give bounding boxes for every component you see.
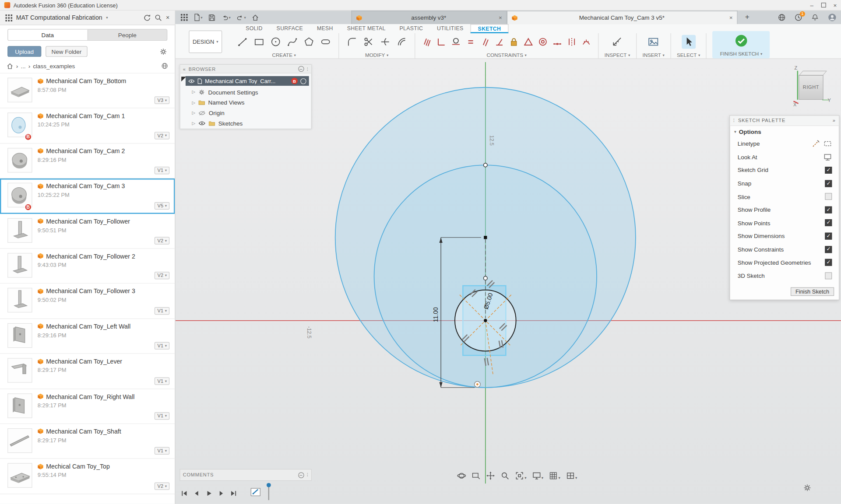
equal-constraint-icon[interactable] [464, 35, 476, 49]
tab-mesh[interactable]: MESH [310, 24, 340, 32]
tab-plastic[interactable]: PLASTIC [393, 24, 430, 32]
version-badge[interactable]: V2▾ [155, 132, 169, 139]
visibility-eye-icon[interactable] [188, 78, 195, 83]
user-avatar[interactable] [827, 13, 837, 22]
zoom-icon[interactable] [499, 471, 511, 481]
list-item[interactable]: B Mechanical Cam Toy_Shaft 8:29:17 PM V1… [0, 424, 175, 459]
document-tab[interactable]: assembly v3* × [352, 11, 507, 24]
web-globe-icon[interactable] [778, 14, 786, 21]
timeline-marker[interactable] [268, 484, 269, 500]
midpoint-constraint-icon[interactable] [552, 35, 563, 49]
show-profile-checkbox[interactable] [825, 206, 832, 213]
undo-icon[interactable]: ▾ [221, 14, 231, 21]
redo-icon[interactable]: ▾ [236, 14, 246, 21]
extend-tool-icon[interactable] [378, 35, 392, 49]
show-constraints-checkbox[interactable] [825, 246, 832, 253]
grid-snap-icon[interactable]: ▾ [547, 471, 562, 481]
show-points-checkbox[interactable] [825, 220, 832, 227]
new-folder-button[interactable]: New Folder [46, 46, 88, 57]
timeline-step-forward-button[interactable] [216, 488, 227, 499]
horizontal-vertical-constraint-icon[interactable] [421, 35, 433, 49]
shaft-center-point[interactable] [484, 319, 487, 322]
list-item[interactable]: B Mechanical Cam Toy_Left Wall 8:29:16 P… [0, 319, 175, 354]
cam-center-point[interactable] [484, 236, 487, 239]
project-title[interactable]: MAT Computational Fabrication [16, 14, 102, 21]
list-item[interactable]: B Mechical Cam Toy_Top 9:55:14 PM V2▾ [0, 459, 175, 494]
visibility-eye-icon[interactable] [199, 121, 206, 126]
browser-node-document-settings[interactable]: ▷ Document Settings [180, 87, 311, 97]
expand-arrow-icon[interactable]: ▷ [192, 100, 196, 105]
fix-lock-icon[interactable] [508, 35, 520, 49]
construction-linetype-icon[interactable] [812, 140, 820, 148]
look-at-icon[interactable] [823, 153, 832, 161]
tab-solid[interactable]: SOLID [239, 24, 269, 32]
line-tool-icon[interactable] [236, 35, 250, 49]
fit-icon[interactable]: ▾ [514, 471, 528, 481]
refresh-icon[interactable] [143, 14, 151, 21]
insert-image-icon[interactable] [647, 35, 661, 49]
close-panel-icon[interactable]: × [166, 14, 169, 21]
finish-sketch-check-icon[interactable] [734, 34, 748, 48]
parallel-constraint-icon[interactable] [479, 35, 491, 49]
3d-sketch-checkbox[interactable] [825, 272, 832, 279]
new-tab-icon[interactable]: + [745, 12, 750, 21]
minimize-icon[interactable]: – [810, 2, 814, 8]
look-at-icon[interactable] [470, 471, 482, 481]
display-settings-icon[interactable]: ▾ [530, 471, 545, 481]
file-menu-icon[interactable]: ▾ [193, 14, 202, 21]
close-window-icon[interactable]: × [833, 2, 837, 8]
sketch-grid-checkbox[interactable] [825, 167, 832, 174]
timeline-sketch-feature-icon[interactable] [250, 486, 271, 500]
select-cursor-icon[interactable] [682, 35, 696, 49]
tangent-constraint-icon[interactable] [450, 35, 462, 49]
home-icon[interactable] [7, 63, 14, 70]
options-section-header[interactable]: ▾ Options [730, 126, 839, 137]
browser-node-sketches[interactable]: ▷ Sketches [180, 118, 311, 129]
app-launcher-grid-icon[interactable] [181, 14, 188, 21]
viewcube-front-face[interactable]: RIGHT [799, 75, 823, 100]
doc-tab-close-icon[interactable]: × [499, 14, 502, 21]
show-dimensions-checkbox[interactable] [825, 233, 832, 240]
slot-tool-icon[interactable] [319, 35, 333, 49]
notifications-bell-icon[interactable] [811, 14, 819, 21]
timeline-play-button[interactable] [203, 488, 214, 499]
panel-settings-gear-icon[interactable] [159, 47, 167, 55]
version-badge[interactable]: V5▾ [155, 202, 169, 209]
version-badge[interactable]: V1▾ [155, 307, 169, 315]
collapse-icon[interactable]: « [183, 66, 186, 71]
preferences-gear-icon[interactable] [803, 483, 812, 492]
tab-sketch[interactable]: SKETCH [470, 24, 508, 33]
measure-tool-icon[interactable] [610, 35, 624, 49]
pan-icon[interactable] [484, 471, 496, 481]
viewcube[interactable]: Z RIGHT Y X [792, 66, 832, 107]
dock-arrow-icon[interactable]: » [833, 118, 836, 123]
minimize-panel-icon[interactable]: – [298, 472, 304, 478]
spline-tool-icon[interactable] [285, 35, 299, 49]
fillet-tool-icon[interactable] [345, 35, 359, 49]
panel-grip-icon[interactable]: ⁞ [307, 472, 309, 477]
dimension-label-vertical[interactable]: 11.00 [432, 307, 439, 322]
finish-sketch-button[interactable]: Finish Sketch [791, 287, 834, 296]
viewports-icon[interactable]: ▾ [564, 471, 579, 481]
browser-root-node[interactable]: Mechanical Cam Toy_Carr... B [186, 76, 309, 86]
concentric-constraint-icon[interactable] [537, 35, 549, 49]
version-badge[interactable]: V3▾ [155, 97, 169, 104]
document-tab[interactable]: Mechanical Cam Toy_Cam 3 v5* × [507, 11, 738, 24]
version-badge[interactable]: V1▾ [155, 167, 169, 174]
curvature-constraint-icon[interactable] [581, 35, 592, 49]
viewport-canvas[interactable]: 11.00 Ø5.00 12.5 -12.5 [176, 59, 841, 504]
panel-grip-icon[interactable]: ⁞ [733, 118, 735, 123]
list-item[interactable]: B Mechanical Cam Toy_Follower 9:50:51 PM… [0, 214, 175, 248]
save-icon[interactable] [208, 14, 215, 21]
trim-scissors-icon[interactable] [362, 35, 376, 49]
angle-constraint-icon[interactable] [493, 35, 505, 49]
version-badge[interactable]: V2▾ [155, 272, 169, 280]
breadcrumb-current[interactable]: class_examples [33, 63, 75, 69]
profile-top-point[interactable] [484, 163, 488, 167]
browser-header[interactable]: « BROWSER – ⁞ [180, 65, 311, 74]
list-item[interactable]: B Mechanical Cam Toy_Lever 8:29:17 PM V1… [0, 354, 175, 389]
list-item[interactable]: B Mechanical Cam Toy_Follower 2 9:43:03 … [0, 248, 175, 284]
polygon-tool-icon[interactable] [302, 35, 316, 49]
perpendicular-constraint-icon[interactable] [436, 35, 447, 49]
tab-data[interactable]: Data [8, 29, 88, 40]
